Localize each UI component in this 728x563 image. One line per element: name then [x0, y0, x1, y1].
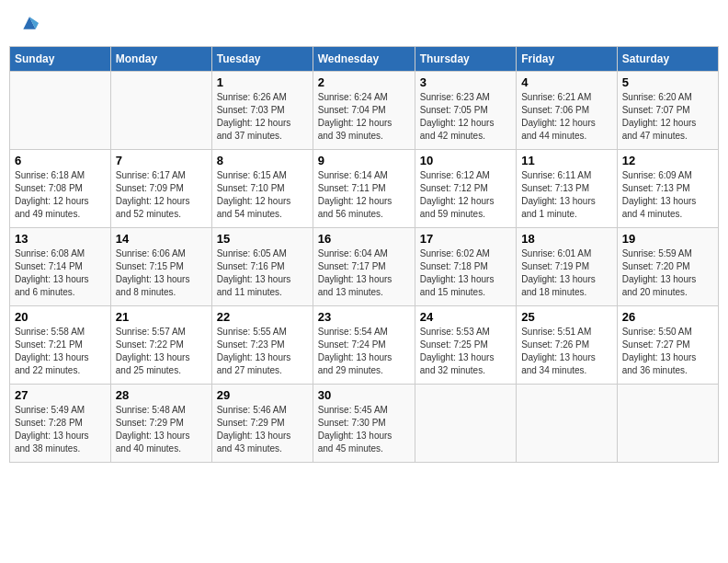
calendar-cell: 16Sunrise: 6:04 AM Sunset: 7:17 PM Dayli…	[313, 228, 415, 306]
day-number: 21	[116, 310, 207, 324]
weekday-header-monday: Monday	[110, 47, 211, 72]
day-number: 23	[318, 310, 410, 324]
day-number: 22	[217, 310, 308, 324]
day-number: 27	[15, 388, 106, 402]
day-info: Sunrise: 6:09 AM Sunset: 7:13 PM Dayligh…	[622, 169, 713, 221]
calendar-cell: 6Sunrise: 6:18 AM Sunset: 7:08 PM Daylig…	[10, 150, 111, 228]
weekday-header-wednesday: Wednesday	[313, 47, 415, 72]
calendar-cell: 30Sunrise: 5:45 AM Sunset: 7:30 PM Dayli…	[313, 385, 415, 463]
day-number: 5	[622, 75, 713, 89]
calendar-cell: 17Sunrise: 6:02 AM Sunset: 7:18 PM Dayli…	[415, 228, 516, 306]
day-number: 14	[116, 232, 207, 246]
calendar-cell: 26Sunrise: 5:50 AM Sunset: 7:27 PM Dayli…	[617, 306, 718, 385]
calendar-cell	[617, 385, 718, 463]
calendar-cell: 19Sunrise: 5:59 AM Sunset: 7:20 PM Dayli…	[617, 228, 718, 306]
calendar-cell	[415, 385, 516, 463]
day-number: 1	[217, 75, 308, 89]
day-info: Sunrise: 5:59 AM Sunset: 7:20 PM Dayligh…	[622, 247, 713, 299]
day-number: 12	[622, 154, 713, 167]
calendar-cell: 8Sunrise: 6:15 AM Sunset: 7:10 PM Daylig…	[211, 150, 313, 228]
weekday-header-tuesday: Tuesday	[211, 47, 313, 72]
day-info: Sunrise: 5:50 AM Sunset: 7:27 PM Dayligh…	[622, 326, 713, 377]
logo-icon	[20, 14, 39, 32]
calendar-cell: 7Sunrise: 6:17 AM Sunset: 7:09 PM Daylig…	[110, 150, 211, 228]
day-number: 29	[217, 388, 308, 402]
day-info: Sunrise: 5:48 AM Sunset: 7:29 PM Dayligh…	[116, 404, 207, 455]
calendar-cell: 21Sunrise: 5:57 AM Sunset: 7:22 PM Dayli…	[110, 306, 211, 385]
day-info: Sunrise: 5:46 AM Sunset: 7:29 PM Dayligh…	[217, 404, 308, 455]
day-info: Sunrise: 6:12 AM Sunset: 7:12 PM Dayligh…	[420, 169, 511, 221]
calendar-cell: 29Sunrise: 5:46 AM Sunset: 7:29 PM Dayli…	[211, 385, 313, 463]
day-number: 17	[420, 232, 511, 246]
day-info: Sunrise: 6:20 AM Sunset: 7:07 PM Dayligh…	[622, 91, 713, 143]
day-info: Sunrise: 5:53 AM Sunset: 7:25 PM Dayligh…	[420, 326, 511, 377]
calendar-cell: 20Sunrise: 5:58 AM Sunset: 7:21 PM Dayli…	[10, 306, 111, 385]
day-number: 9	[318, 154, 410, 167]
day-info: Sunrise: 6:14 AM Sunset: 7:11 PM Dayligh…	[318, 169, 410, 221]
calendar-cell: 9Sunrise: 6:14 AM Sunset: 7:11 PM Daylig…	[313, 150, 415, 228]
day-info: Sunrise: 5:45 AM Sunset: 7:30 PM Dayligh…	[318, 404, 410, 455]
day-number: 26	[622, 310, 713, 324]
calendar-cell: 10Sunrise: 6:12 AM Sunset: 7:12 PM Dayli…	[415, 150, 516, 228]
day-info: Sunrise: 5:49 AM Sunset: 7:28 PM Dayligh…	[15, 404, 106, 455]
day-number: 18	[521, 232, 612, 246]
day-number: 3	[420, 75, 511, 89]
calendar-cell	[110, 72, 211, 150]
day-number: 28	[116, 388, 207, 402]
day-number: 30	[318, 388, 410, 402]
day-number: 16	[318, 232, 410, 246]
day-info: Sunrise: 6:24 AM Sunset: 7:04 PM Dayligh…	[318, 91, 410, 143]
day-number: 8	[217, 154, 308, 167]
calendar-cell: 12Sunrise: 6:09 AM Sunset: 7:13 PM Dayli…	[617, 150, 718, 228]
calendar-cell: 28Sunrise: 5:48 AM Sunset: 7:29 PM Dayli…	[110, 385, 211, 463]
day-number: 11	[521, 154, 612, 167]
day-info: Sunrise: 6:21 AM Sunset: 7:06 PM Dayligh…	[521, 91, 612, 143]
day-number: 10	[420, 154, 511, 167]
day-info: Sunrise: 5:54 AM Sunset: 7:24 PM Dayligh…	[318, 326, 410, 377]
calendar-cell: 14Sunrise: 6:06 AM Sunset: 7:15 PM Dayli…	[110, 228, 211, 306]
day-info: Sunrise: 6:04 AM Sunset: 7:17 PM Dayligh…	[318, 247, 410, 299]
page-header	[9, 9, 719, 37]
calendar-cell: 11Sunrise: 6:11 AM Sunset: 7:13 PM Dayli…	[517, 150, 618, 228]
calendar-cell	[10, 72, 111, 150]
day-info: Sunrise: 5:51 AM Sunset: 7:26 PM Dayligh…	[521, 326, 612, 377]
day-info: Sunrise: 5:55 AM Sunset: 7:23 PM Dayligh…	[217, 326, 308, 377]
calendar-cell	[517, 385, 618, 463]
day-info: Sunrise: 5:58 AM Sunset: 7:21 PM Dayligh…	[15, 326, 106, 377]
day-number: 6	[15, 154, 106, 167]
calendar-cell: 3Sunrise: 6:23 AM Sunset: 7:05 PM Daylig…	[415, 72, 516, 150]
weekday-header-sunday: Sunday	[10, 47, 111, 72]
calendar-cell: 4Sunrise: 6:21 AM Sunset: 7:06 PM Daylig…	[517, 72, 618, 150]
day-number: 24	[420, 310, 511, 324]
day-info: Sunrise: 6:08 AM Sunset: 7:14 PM Dayligh…	[15, 247, 106, 299]
calendar-cell: 1Sunrise: 6:26 AM Sunset: 7:03 PM Daylig…	[211, 72, 313, 150]
calendar-cell: 25Sunrise: 5:51 AM Sunset: 7:26 PM Dayli…	[517, 306, 618, 385]
weekday-header-saturday: Saturday	[617, 47, 718, 72]
calendar-cell: 15Sunrise: 6:05 AM Sunset: 7:16 PM Dayli…	[211, 228, 313, 306]
day-info: Sunrise: 6:15 AM Sunset: 7:10 PM Dayligh…	[217, 169, 308, 221]
logo	[18, 14, 39, 32]
day-info: Sunrise: 6:23 AM Sunset: 7:05 PM Dayligh…	[420, 91, 511, 143]
day-info: Sunrise: 6:17 AM Sunset: 7:09 PM Dayligh…	[116, 169, 207, 221]
day-number: 19	[622, 232, 713, 246]
day-info: Sunrise: 6:05 AM Sunset: 7:16 PM Dayligh…	[217, 247, 308, 299]
day-number: 25	[521, 310, 612, 324]
day-number: 7	[116, 154, 207, 167]
calendar-cell: 22Sunrise: 5:55 AM Sunset: 7:23 PM Dayli…	[211, 306, 313, 385]
day-info: Sunrise: 6:26 AM Sunset: 7:03 PM Dayligh…	[217, 91, 308, 143]
calendar-cell: 23Sunrise: 5:54 AM Sunset: 7:24 PM Dayli…	[313, 306, 415, 385]
day-number: 2	[318, 75, 410, 89]
day-info: Sunrise: 6:01 AM Sunset: 7:19 PM Dayligh…	[521, 247, 612, 299]
day-number: 15	[217, 232, 308, 246]
day-info: Sunrise: 6:18 AM Sunset: 7:08 PM Dayligh…	[15, 169, 106, 221]
day-info: Sunrise: 5:57 AM Sunset: 7:22 PM Dayligh…	[116, 326, 207, 377]
calendar-cell: 27Sunrise: 5:49 AM Sunset: 7:28 PM Dayli…	[10, 385, 111, 463]
weekday-header-friday: Friday	[517, 47, 618, 72]
calendar-cell: 2Sunrise: 6:24 AM Sunset: 7:04 PM Daylig…	[313, 72, 415, 150]
weekday-header-thursday: Thursday	[415, 47, 516, 72]
calendar-cell: 24Sunrise: 5:53 AM Sunset: 7:25 PM Dayli…	[415, 306, 516, 385]
day-info: Sunrise: 6:02 AM Sunset: 7:18 PM Dayligh…	[420, 247, 511, 299]
calendar-cell: 13Sunrise: 6:08 AM Sunset: 7:14 PM Dayli…	[10, 228, 111, 306]
calendar-table: SundayMondayTuesdayWednesdayThursdayFrid…	[9, 46, 719, 463]
calendar-cell: 5Sunrise: 6:20 AM Sunset: 7:07 PM Daylig…	[617, 72, 718, 150]
